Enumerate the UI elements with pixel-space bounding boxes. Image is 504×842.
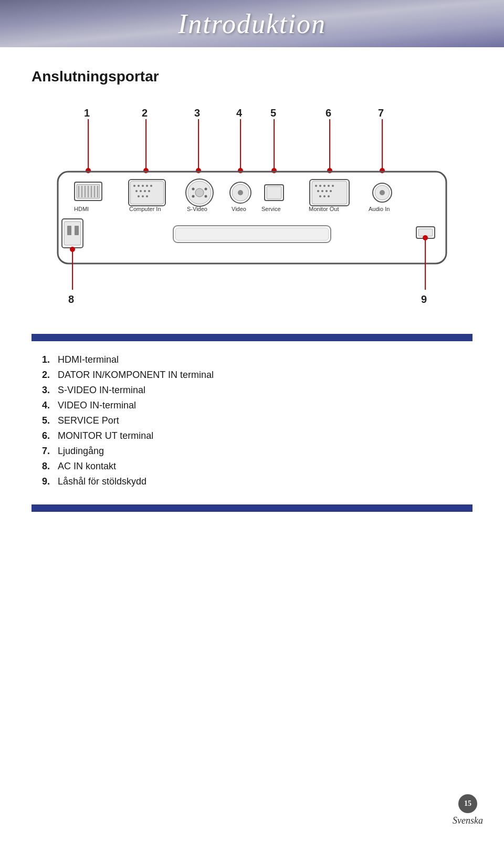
- item-number-1: 1.: [42, 354, 58, 365]
- item-number-9: 9.: [42, 476, 58, 487]
- svg-point-65: [321, 190, 323, 192]
- svg-rect-58: [312, 181, 347, 204]
- svg-point-44: [146, 195, 148, 197]
- svg-text:7: 7: [378, 107, 384, 119]
- item-text-8: AC IN kontakt: [58, 461, 116, 472]
- svg-point-54: [238, 190, 243, 195]
- svg-point-39: [140, 190, 142, 192]
- svg-text:8: 8: [68, 293, 74, 305]
- svg-text:5: 5: [270, 107, 276, 119]
- svg-point-68: [319, 195, 321, 197]
- blue-bar-bottom: [32, 504, 472, 512]
- svg-point-47: [195, 188, 204, 197]
- item-text-9: Låshål för stöldskydd: [58, 476, 146, 487]
- svg-text:9: 9: [421, 293, 427, 305]
- svg-point-50: [192, 195, 195, 198]
- svg-text:Monitor Out: Monitor Out: [309, 206, 339, 212]
- language-label: Svenska: [453, 815, 483, 826]
- svg-rect-88: [418, 229, 433, 236]
- svg-point-38: [135, 190, 138, 192]
- svg-text:S-Video: S-Video: [187, 206, 207, 212]
- svg-point-91: [70, 247, 75, 252]
- svg-point-51: [205, 195, 207, 198]
- svg-text:HDMI: HDMI: [74, 206, 89, 212]
- svg-text:Computer In: Computer In: [129, 206, 161, 212]
- main-content: Anslutningsportar 1 2 3 4 5 6 7: [0, 47, 504, 538]
- svg-point-37: [150, 185, 152, 187]
- svg-text:2: 2: [142, 107, 148, 119]
- item-number-8: 8.: [42, 461, 58, 472]
- list-item: 2. DATOR IN/KOMPONENT IN terminal: [42, 370, 462, 381]
- section-title: Anslutningsportar: [32, 68, 472, 85]
- item-number-4: 4.: [42, 400, 58, 411]
- svg-point-73: [380, 190, 385, 195]
- svg-rect-86: [175, 228, 329, 240]
- svg-point-48: [192, 188, 195, 191]
- item-number-2: 2.: [42, 370, 58, 381]
- header-bar: Introduktion: [0, 0, 504, 47]
- svg-point-69: [323, 195, 326, 197]
- svg-text:1: 1: [84, 107, 90, 119]
- item-text-3: S-VIDEO IN-terminal: [58, 385, 145, 396]
- svg-point-62: [328, 185, 330, 187]
- item-number-6: 6.: [42, 430, 58, 441]
- svg-point-43: [142, 195, 144, 197]
- page-title: Introduktion: [178, 8, 326, 39]
- list-item: 3. S-VIDEO IN-terminal: [42, 385, 462, 396]
- svg-point-49: [205, 188, 207, 191]
- svg-text:Audio In: Audio In: [369, 206, 390, 212]
- svg-point-59: [315, 185, 317, 187]
- svg-point-64: [317, 190, 319, 192]
- list-item: 1. HDMI-terminal: [42, 354, 462, 365]
- svg-text:3: 3: [194, 107, 200, 119]
- svg-point-36: [146, 185, 148, 187]
- svg-text:Service: Service: [261, 206, 281, 212]
- item-text-7: Ljudingång: [58, 446, 104, 457]
- svg-point-70: [328, 195, 330, 197]
- svg-rect-32: [130, 181, 164, 204]
- list-item: 8. AC IN kontakt: [42, 461, 462, 472]
- list-item: 5. SERVICE Port: [42, 415, 462, 426]
- list-item: 7. Ljudingång: [42, 446, 462, 457]
- svg-point-40: [144, 190, 146, 192]
- list-item: 6. MONITOR UT terminal: [42, 430, 462, 441]
- svg-point-61: [323, 185, 326, 187]
- svg-point-60: [319, 185, 321, 187]
- svg-point-33: [133, 185, 135, 187]
- diagram-area: 1 2 3 4 5 6 7: [32, 101, 472, 323]
- page-number-badge: 15: [458, 794, 477, 813]
- svg-rect-83: [67, 226, 71, 235]
- item-number-3: 3.: [42, 385, 58, 396]
- svg-point-67: [330, 190, 332, 192]
- svg-point-63: [332, 185, 334, 187]
- svg-point-41: [148, 190, 150, 192]
- svg-rect-56: [267, 186, 281, 199]
- blue-bar-top: [32, 334, 472, 341]
- svg-point-92: [423, 235, 428, 240]
- items-list: 1. HDMI-terminal 2. DATOR IN/KOMPONENT I…: [32, 346, 472, 499]
- item-text-1: HDMI-terminal: [58, 354, 119, 365]
- svg-text:6: 6: [326, 107, 331, 119]
- svg-point-42: [138, 195, 140, 197]
- item-text-4: VIDEO IN-terminal: [58, 400, 136, 411]
- list-item: 4. VIDEO IN-terminal: [42, 400, 462, 411]
- projector-diagram: 1 2 3 4 5 6 7: [32, 101, 472, 321]
- item-number-7: 7.: [42, 446, 58, 457]
- item-text-2: DATOR IN/KOMPONENT IN terminal: [58, 370, 214, 381]
- svg-text:4: 4: [236, 107, 243, 119]
- svg-text:Video: Video: [232, 206, 246, 212]
- footer-area: 15 Svenska: [453, 794, 483, 826]
- list-item: 9. Låshål för stöldskydd: [42, 476, 462, 487]
- item-number-5: 5.: [42, 415, 58, 426]
- svg-rect-84: [75, 226, 79, 235]
- svg-point-66: [326, 190, 328, 192]
- item-text-6: MONITOR UT terminal: [58, 430, 153, 441]
- svg-point-34: [138, 185, 140, 187]
- svg-point-35: [142, 185, 144, 187]
- item-text-5: SERVICE Port: [58, 415, 119, 426]
